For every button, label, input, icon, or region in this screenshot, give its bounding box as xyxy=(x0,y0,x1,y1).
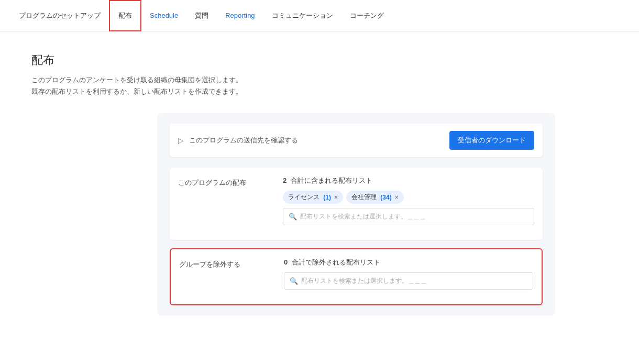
exclude-search[interactable]: 🔍 配布リストを検索または選択します。＿＿＿ xyxy=(284,272,533,290)
exclude-search-placeholder: 配布リストを検索または選択します。＿＿＿ xyxy=(301,277,427,285)
tags-area: ライセンス (1) × 会社管理 (34) × xyxy=(283,191,534,204)
distribution-section: このプログラムの配布 2 合計に含まれる配布リスト ライセンス (1) × xyxy=(170,168,543,240)
nav-item-coaching[interactable]: コーチング xyxy=(341,0,392,31)
tag-license: ライセンス (1) × xyxy=(283,191,343,204)
distribution-label: このプログラムの配布 xyxy=(178,176,262,187)
distribution-search-placeholder: 配布リストを検索または選択します。＿＿＿ xyxy=(300,212,426,221)
distribution-card: ▷ このプログラムの送信先を確認する 受信者のダウンロード このプログラムの配布… xyxy=(157,113,555,316)
distribution-search[interactable]: 🔍 配布リストを検索または選択します。＿＿＿ xyxy=(283,208,534,225)
nav-item-question[interactable]: 質問 xyxy=(186,0,217,31)
nav-item-setup[interactable]: プログラムのセットアップ xyxy=(10,0,109,31)
search-icon: 🔍 xyxy=(289,213,297,220)
send-confirmation-row: ▷ このプログラムの送信先を確認する 受信者のダウンロード xyxy=(170,124,543,157)
tag-company-close[interactable]: × xyxy=(395,194,399,201)
nav-item-reporting[interactable]: Reporting xyxy=(217,0,263,31)
nav: プログラムのセットアップ 配布 Schedule 質問 Reporting コミ… xyxy=(10,0,392,31)
nav-item-distribution[interactable]: 配布 xyxy=(109,0,141,31)
nav-item-schedule[interactable]: Schedule xyxy=(141,0,186,31)
search-icon-exclude: 🔍 xyxy=(290,277,298,285)
tag-license-close[interactable]: × xyxy=(334,194,338,201)
main-content: 配布 このプログラムのアンケートを受け取る組織の母集団を選択します。 既存の配布… xyxy=(0,31,629,337)
exclude-count: 0 合計で除外される配布リスト xyxy=(284,258,533,267)
exclude-section: グループを除外する 0 合計で除外される配布リスト 🔍 配布リストを検索または選… xyxy=(170,248,543,305)
nav-item-communication[interactable]: コミュニケーション xyxy=(263,0,341,31)
send-label: このプログラムの送信先を確認する xyxy=(189,136,298,145)
exclude-label: グループを除外する xyxy=(179,258,263,269)
tag-company: 会社管理 (34) × xyxy=(346,191,404,204)
page-description: このプログラムのアンケートを受け取る組織の母集団を選択します。 既存の配布リスト… xyxy=(31,74,597,97)
play-icon: ▷ xyxy=(178,136,184,145)
header: プログラムのセットアップ 配布 Schedule 質問 Reporting コミ… xyxy=(0,0,639,31)
distribution-count: 2 合計に含まれる配布リスト xyxy=(283,176,534,185)
page-title: 配布 xyxy=(31,52,597,68)
download-button[interactable]: 受信者のダウンロード xyxy=(449,131,534,150)
